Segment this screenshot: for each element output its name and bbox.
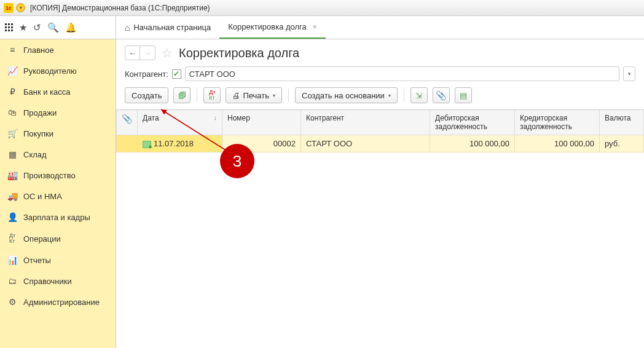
titlebar-dropdown-icon[interactable]: ▾ [16, 3, 25, 12]
topbar-tools: ★ ↺ 🔍 🔔 [0, 16, 116, 39]
filter-row: Контрагент: ✓ СТАРТ ООО ▾ [116, 66, 644, 87]
home-icon: ⌂ [125, 23, 130, 33]
list-button[interactable]: ▤ [455, 87, 472, 103]
toolbar-separator [288, 89, 289, 102]
sidebar-item-production[interactable]: 🏭Производство [0, 165, 116, 186]
document-posted-icon [143, 141, 151, 148]
tab-home-label: Начальная страница [133, 23, 211, 32]
sidebar-item-label: Главное [23, 45, 54, 55]
dtkt-icon: ДтКт [7, 233, 17, 244]
favorite-page-icon[interactable]: ☆ [162, 45, 173, 60]
content-area: ← → ☆ Корректировка долга Контрагент: ✓ … [116, 39, 644, 348]
sidebar-item-label: Администрирование [23, 298, 100, 307]
sidebar-item-warehouse[interactable]: ▦Склад [0, 144, 116, 165]
cell-debit: 100 000,00 [430, 135, 515, 152]
filter-label: Контрагент: [125, 69, 168, 79]
sidebar-item-assets[interactable]: 🚚ОС и НМА [0, 186, 116, 207]
toolbar: Создать 🗐 ДтКт 🖨Печать▾ Создать на основ… [116, 87, 644, 109]
filter-value: СТАРТ ООО [189, 69, 235, 79]
sidebar-item-bank[interactable]: ₽Банк и касса [0, 81, 116, 102]
create-based-button[interactable]: Создать на основании▾ [295, 87, 398, 103]
paperclip-icon: 📎 [436, 90, 446, 100]
sidebar-item-label: Покупки [23, 129, 53, 138]
sidebar-item-label: Отчеты [23, 256, 51, 265]
tab-debt-correction[interactable]: Корректировка долга × [219, 16, 326, 39]
cell-attach [117, 135, 138, 152]
apps-grid-icon[interactable] [5, 23, 13, 31]
window-titlebar: 1c ▾ [КОПИЯ] Демонстрационная база (1С:П… [0, 0, 644, 16]
printer-icon: 🖨 [232, 91, 240, 100]
folder-icon: 🗂 [7, 276, 17, 286]
nav-forward-button[interactable]: → [140, 46, 155, 60]
menu-icon: ≡ [7, 45, 17, 55]
col-credit[interactable]: Кредиторская задолженность [515, 110, 600, 135]
sidebar-item-label: Продажи [23, 108, 57, 117]
sidebar-item-main[interactable]: ≡Главное [0, 39, 116, 60]
sidebar-item-label: Банк и касса [23, 87, 71, 97]
nav-buttons: ← → [125, 45, 155, 60]
cart-icon: 🛒 [7, 129, 17, 138]
filter-contractor-input[interactable]: СТАРТ ООО [185, 66, 619, 81]
toolbar-separator [404, 89, 404, 102]
cell-credit: 100 000,00 [515, 135, 600, 152]
filter-dropdown-button[interactable]: ▾ [623, 66, 635, 81]
page-header: ← → ☆ Корректировка долга [116, 45, 644, 66]
favorite-star-icon[interactable]: ★ [19, 22, 27, 33]
history-icon[interactable]: ↺ [33, 22, 41, 33]
structure-button[interactable]: ⇲ [410, 87, 428, 103]
chevron-down-icon: ▾ [624, 67, 635, 81]
dtkt-button[interactable]: ДтКт [203, 87, 221, 103]
page-title: Корректировка долга [179, 46, 299, 60]
table-row[interactable]: 11.07.2018 00002 СТАРТ ООО 100 000,00 10… [117, 135, 644, 152]
topbar: ★ ↺ 🔍 🔔 ⌂ Начальная страница Корректиров… [0, 16, 644, 39]
dtkt-icon: ДтКт [209, 90, 215, 101]
tab-close-icon[interactable]: × [313, 23, 317, 31]
col-currency[interactable]: Валюта [600, 110, 644, 135]
chevron-down-icon: ▾ [273, 93, 275, 98]
col-contractor[interactable]: Контрагент [301, 110, 430, 135]
table-container: 📎 Дата Номер Контрагент Дебиторская задо… [116, 109, 644, 152]
sidebar-item-purchases[interactable]: 🛒Покупки [0, 123, 116, 144]
create-label: Создать [132, 91, 162, 100]
app-icon: 1c [4, 3, 14, 13]
create-based-label: Создать на основании [302, 91, 385, 100]
copy-icon: 🗐 [178, 91, 186, 100]
truck-icon: 🚚 [7, 191, 17, 201]
sidebar-item-label: ОС и НМА [23, 192, 62, 201]
create-button[interactable]: Создать [125, 87, 168, 103]
col-debit[interactable]: Дебиторская задолженность [430, 110, 515, 135]
list-icon: ▤ [460, 91, 467, 100]
print-label: Печать [243, 91, 269, 100]
col-date[interactable]: Дата [138, 110, 222, 135]
factory-icon: 🏭 [7, 170, 17, 180]
nav-back-button[interactable]: ← [125, 46, 140, 60]
filter-checkbox[interactable]: ✓ [172, 69, 181, 79]
attach-button[interactable]: 📎 [433, 87, 450, 103]
window-title: [КОПИЯ] Демонстрационная база (1С:Предпр… [30, 4, 210, 12]
sidebar: ≡Главное 📈Руководителю ₽Банк и касса 🛍Пр… [0, 39, 116, 348]
annotation-badge: 3 [220, 144, 254, 178]
bars-icon: 📊 [7, 255, 17, 265]
sidebar-item-salary[interactable]: 👤Зарплата и кадры [0, 207, 116, 227]
sidebar-item-label: Справочники [23, 277, 72, 286]
cell-contractor: СТАРТ ООО [301, 135, 430, 152]
search-icon[interactable]: 🔍 [47, 22, 59, 33]
sidebar-item-sales[interactable]: 🛍Продажи [0, 102, 116, 123]
col-attach[interactable]: 📎 [117, 110, 138, 135]
sidebar-item-manager[interactable]: 📈Руководителю [0, 60, 116, 81]
tabs-bar: ⌂ Начальная страница Корректировка долга… [116, 16, 644, 39]
main-area: ≡Главное 📈Руководителю ₽Банк и касса 🛍Пр… [0, 39, 644, 348]
tab-home[interactable]: ⌂ Начальная страница [116, 16, 219, 39]
chart-up-icon: 📈 [7, 66, 17, 76]
tab-active-label: Корректировка долга [228, 22, 307, 31]
sidebar-item-operations[interactable]: ДтКтОперации [0, 227, 116, 250]
copy-button[interactable]: 🗐 [173, 87, 190, 103]
sidebar-item-reports[interactable]: 📊Отчеты [0, 250, 116, 271]
sidebar-item-catalogs[interactable]: 🗂Справочники [0, 271, 116, 291]
print-button[interactable]: 🖨Печать▾ [226, 87, 282, 103]
documents-table: 📎 Дата Номер Контрагент Дебиторская задо… [116, 110, 644, 152]
bell-icon[interactable]: 🔔 [65, 22, 77, 33]
col-number[interactable]: Номер [222, 110, 301, 135]
chevron-down-icon: ▾ [388, 93, 391, 98]
sidebar-item-admin[interactable]: ⚙Администрирование [0, 291, 116, 312]
